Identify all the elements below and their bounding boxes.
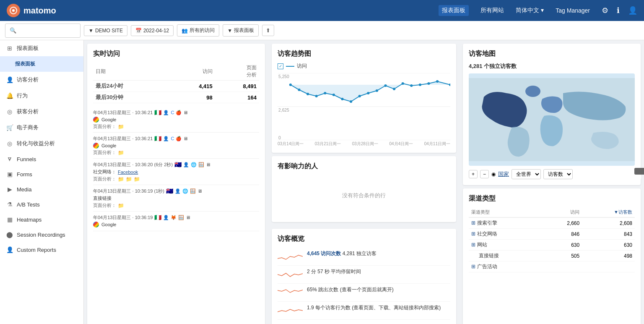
segment-icon: 👥	[182, 28, 188, 34]
sidebar-item-dashboard-parent[interactable]: ⊞ 报表面板	[0, 40, 83, 56]
visits-30m: 98	[171, 92, 215, 103]
nav-allsites[interactable]: 所有网站	[477, 5, 507, 16]
visit-row: 年04月13日星期三 · 10:36:20 (6分 2秒) 🇦🇺 👤 🌐 🪟 🖥…	[93, 159, 259, 185]
site-label: DEMO SITE	[95, 28, 123, 34]
sidebar-item-goals[interactable]: ◎ 转化与收益分析	[0, 136, 83, 152]
site-selector[interactable]: ▼ DEMO SITE	[84, 25, 127, 36]
content-area: 实时访问 日期 访问 页面分析 最后24小时 4,415 8,491	[84, 40, 644, 324]
date-selector[interactable]: 📅 2022-04-12	[131, 25, 174, 36]
browser-edge-4: 🌐	[182, 188, 188, 194]
overview-item-4: 1.9 每个访客行为数 (查看页面、下载、离站链接和内部搜索)	[278, 302, 450, 320]
channel-visitors-social: 843	[582, 229, 635, 240]
channel-types-panel: 渠道类型 渠道类型 访问 ▼访客数 ⊞搜索引擎	[463, 188, 641, 324]
svg-point-21	[393, 88, 395, 90]
overview-item-1: 4,645 访问次数 4,281 独立访客	[278, 248, 450, 266]
sidebar-label-heatmaps: Heatmaps	[17, 217, 42, 223]
channel-title: 渠道类型	[469, 194, 635, 203]
user-icon[interactable]: 👤	[628, 6, 637, 15]
sidebar-item-funnels[interactable]: ⛛ Funnels	[0, 152, 83, 167]
folder-icon-2[interactable]: 📁	[118, 150, 124, 156]
visit-source-3: 社交网络： Facebook	[93, 169, 259, 175]
svg-point-17	[358, 95, 361, 97]
info-icon[interactable]: ℹ	[617, 6, 620, 15]
sidebar-item-visitors[interactable]: 👤 访客分析	[0, 72, 83, 88]
device-4: 🖥	[197, 188, 202, 193]
visit-time-2: 年04月13日星期三 · 10:36:21	[93, 136, 153, 142]
svg-text:2,625: 2,625	[278, 108, 289, 112]
visit-source-4: 直接链接	[93, 195, 259, 201]
col-channel-type: 渠道类型	[469, 207, 543, 217]
metric-selector[interactable]: 访客数	[543, 169, 573, 179]
view-selector[interactable]: ▼ 报表面板	[223, 24, 259, 37]
svg-point-20	[384, 84, 387, 87]
sidebar-item-behavior[interactable]: 🔔 行为	[0, 88, 83, 104]
facebook-link-3[interactable]: Facebook	[118, 170, 138, 175]
expand-search-icon[interactable]: ⊞	[471, 220, 475, 226]
funnels-icon: ⛛	[6, 156, 13, 162]
folder-icon-4[interactable]: 📁	[118, 203, 124, 209]
gear-icon[interactable]: ⚙	[602, 6, 608, 15]
svg-point-36	[525, 86, 540, 97]
segment-label: 所有的访问	[190, 27, 215, 34]
folder-icon-1[interactable]: 📁	[118, 124, 124, 130]
region-selector[interactable]: 全世界	[512, 169, 541, 179]
country-filter-label[interactable]: 国家	[498, 170, 509, 178]
expand-website-icon[interactable]: ⊞	[471, 242, 475, 248]
channel-label-ads: ⊞广告活动	[469, 261, 543, 272]
collapse-button[interactable]: ⬆	[262, 25, 274, 36]
nav-tagmanager[interactable]: Tag Manager	[552, 5, 593, 16]
sidebar-item-abtests[interactable]: ⚗ A/B Tests	[0, 197, 83, 212]
zoom-out-icon[interactable]: −	[480, 170, 489, 178]
sparkline-3	[278, 286, 303, 299]
svg-point-1	[12, 9, 15, 12]
sidebar-item-session-recordings[interactable]: ⬤ Session Recordings	[0, 227, 83, 242]
svg-marker-8	[291, 81, 450, 102]
user-management-tab[interactable]: 用户管理	[634, 168, 644, 175]
browser-1: C	[171, 110, 174, 115]
sidebar-item-media[interactable]: ▶ Media	[0, 182, 83, 197]
channel-visits-ads	[543, 261, 582, 272]
visitor-trend-panel: 访客趋势图 ✓ 访问 5,250 2,625 0	[272, 44, 456, 153]
device-5: 🖥	[186, 215, 190, 220]
segment-selector[interactable]: 👥 所有的访问	[177, 24, 219, 37]
sidebar-item-acquisition[interactable]: ◎ 获客分析	[0, 104, 83, 120]
folder-icon-3b[interactable]: 📁	[126, 176, 132, 182]
svg-point-14	[332, 94, 335, 96]
ecommerce-icon: 🛒	[6, 124, 13, 131]
nav-language[interactable]: 简体中文 ▾	[516, 7, 544, 14]
folder-icon-3c[interactable]: 📁	[134, 176, 140, 182]
label-30m: 最后30分钟	[93, 92, 171, 103]
checkbox-icon[interactable]: ✓	[278, 63, 283, 69]
channel-table: 渠道类型 访问 ▼访客数 ⊞搜索引擎 2,660 2,608	[469, 207, 635, 272]
channel-row-ads: ⊞广告活动	[469, 261, 635, 272]
x-label-1: 03月14日周一	[278, 141, 304, 147]
overview-text-1: 4,645 访问次数 4,281 独立访客	[307, 250, 377, 257]
search-input[interactable]	[5, 24, 80, 38]
sidebar-item-dashboard[interactable]: 报表面板	[0, 56, 83, 72]
zoom-in-icon[interactable]: +	[469, 170, 478, 178]
behavior-icon: 🔔	[6, 92, 13, 99]
x-label-4: 04月4日周一	[389, 141, 413, 147]
sidebar-item-forms[interactable]: ▣ Forms	[0, 167, 83, 182]
visit-source-5: Google	[93, 222, 259, 227]
visit-meta-3: 年04月13日星期三 · 10:36:20 (6分 2秒) 🇦🇺 👤 🌐 🪟 🖥	[93, 161, 259, 168]
visit-meta-1: 年04月13日星期三 · 10:36:21 🇮🇹 👤 C 🍎 🖥	[93, 109, 259, 116]
sidebar-item-custom-reports[interactable]: 👤 Custom Reports	[0, 242, 83, 257]
visitors-icon: 👤	[6, 76, 13, 83]
expand-social-icon[interactable]: ⊞	[471, 231, 475, 237]
channel-visits-search: 2,660	[543, 217, 582, 229]
nav-dashboard[interactable]: 报表面板	[439, 5, 469, 16]
sidebar-label-dashboard: 报表面板	[15, 60, 35, 68]
col-pages: 页面分析	[215, 63, 259, 81]
sidebar-label-visitors: 访客分析	[17, 76, 39, 84]
sidebar-item-heatmaps[interactable]: ▦ Heatmaps	[0, 212, 83, 227]
sidebar-item-ecommerce[interactable]: 🛒 电子商务	[0, 120, 83, 136]
heatmaps-icon: ▦	[6, 216, 13, 223]
bounce-rate: 65% 跳出次数 (查看一个页面后就离开)	[307, 287, 394, 293]
folder-icon-3a[interactable]: 📁	[118, 176, 124, 182]
expand-ads-icon[interactable]: ⊞	[471, 264, 475, 269]
logo-icon	[7, 4, 20, 17]
pages-24h: 8,491	[215, 81, 259, 92]
map-controls: + − ◉ 国家 全世界 访客数	[469, 169, 635, 179]
summary-row-24h: 最后24小时 4,415 8,491	[93, 81, 259, 92]
